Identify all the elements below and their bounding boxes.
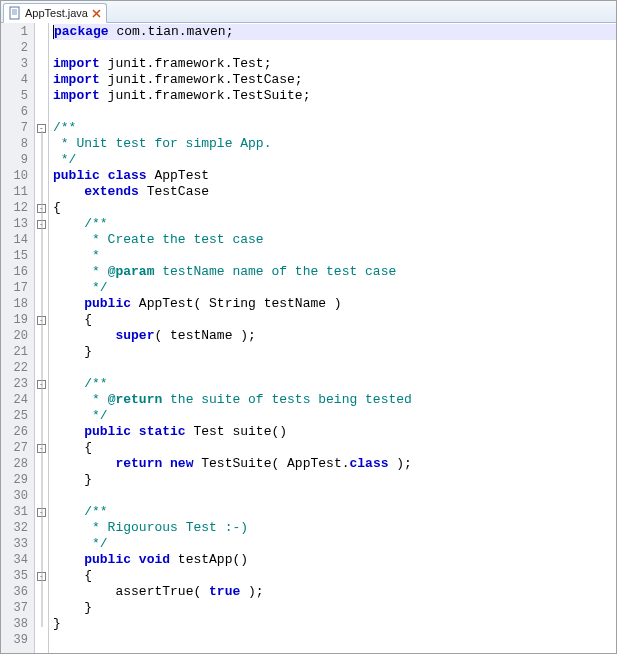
line-number: 37	[1, 600, 34, 616]
editor-tab[interactable]: AppTest.java	[3, 3, 107, 23]
close-icon[interactable]	[91, 8, 102, 19]
code-line: import junit.framework.TestSuite;	[53, 88, 616, 104]
line-number: 1	[1, 24, 34, 40]
code-line: extends TestCase	[53, 184, 616, 200]
fold-row	[35, 40, 48, 56]
code-line: {	[53, 312, 616, 328]
code-line	[53, 104, 616, 120]
fold-row	[35, 56, 48, 72]
code-line: {	[53, 440, 616, 456]
code-line: }	[53, 600, 616, 616]
line-number: 34	[1, 552, 34, 568]
line-number: 31	[1, 504, 34, 520]
line-number: 5	[1, 88, 34, 104]
tab-bar: AppTest.java	[1, 1, 616, 23]
code-line: public static Test suite()	[53, 424, 616, 440]
code-line: {	[53, 200, 616, 216]
line-number: 21	[1, 344, 34, 360]
code-line: public AppTest( String testName )	[53, 296, 616, 312]
line-number: 18	[1, 296, 34, 312]
fold-row	[35, 632, 48, 648]
code-line: }	[53, 472, 616, 488]
svg-rect-0	[10, 7, 19, 19]
line-number: 17	[1, 280, 34, 296]
code-line: import junit.framework.TestCase;	[53, 72, 616, 88]
line-number: 10	[1, 168, 34, 184]
code-line: * Create the test case	[53, 232, 616, 248]
code-area[interactable]: package com.tian.maven; import junit.fra…	[49, 23, 616, 653]
code-line: *	[53, 248, 616, 264]
fold-row	[35, 24, 48, 40]
fold-row	[35, 72, 48, 88]
code-line: package com.tian.maven;	[53, 24, 616, 40]
code-line: public class AppTest	[53, 168, 616, 184]
code-line	[53, 632, 616, 648]
code-line	[53, 360, 616, 376]
line-number: 36	[1, 584, 34, 600]
line-number: 39	[1, 632, 34, 648]
java-file-icon	[8, 6, 22, 20]
fold-column: --------	[35, 23, 49, 653]
code-line: */	[53, 280, 616, 296]
code-line: */	[53, 152, 616, 168]
code-line	[53, 40, 616, 56]
line-number: 24	[1, 392, 34, 408]
code-line: public void testApp()	[53, 552, 616, 568]
line-number: 30	[1, 488, 34, 504]
fold-row	[35, 88, 48, 104]
code-line: return new TestSuite( AppTest.class );	[53, 456, 616, 472]
line-number: 28	[1, 456, 34, 472]
line-number: 33	[1, 536, 34, 552]
line-number: 7	[1, 120, 34, 136]
code-line: /**	[53, 120, 616, 136]
code-line: {	[53, 568, 616, 584]
line-number: 19	[1, 312, 34, 328]
code-line: super( testName );	[53, 328, 616, 344]
line-number: 8	[1, 136, 34, 152]
code-line: * Unit test for simple App.	[53, 136, 616, 152]
line-number-gutter: 1234567891011121314151617181920212223242…	[1, 23, 35, 653]
code-line: }	[53, 344, 616, 360]
code-line: * @param testName name of the test case	[53, 264, 616, 280]
line-number: 6	[1, 104, 34, 120]
line-number: 27	[1, 440, 34, 456]
line-number: 15	[1, 248, 34, 264]
code-line: /**	[53, 216, 616, 232]
code-line: */	[53, 536, 616, 552]
line-number: 9	[1, 152, 34, 168]
line-number: 2	[1, 40, 34, 56]
code-line	[53, 488, 616, 504]
code-line: * @return the suite of tests being teste…	[53, 392, 616, 408]
line-number: 4	[1, 72, 34, 88]
line-number: 22	[1, 360, 34, 376]
line-number: 35	[1, 568, 34, 584]
code-editor[interactable]: 1234567891011121314151617181920212223242…	[1, 23, 616, 653]
line-number: 12	[1, 200, 34, 216]
line-number: 20	[1, 328, 34, 344]
line-number: 29	[1, 472, 34, 488]
line-number: 14	[1, 232, 34, 248]
code-line: }	[53, 616, 616, 632]
code-line: * Rigourous Test :-)	[53, 520, 616, 536]
code-line: assertTrue( true );	[53, 584, 616, 600]
line-number: 26	[1, 424, 34, 440]
line-number: 11	[1, 184, 34, 200]
code-line: /**	[53, 376, 616, 392]
line-number: 23	[1, 376, 34, 392]
code-line: import junit.framework.Test;	[53, 56, 616, 72]
code-line: */	[53, 408, 616, 424]
fold-row	[35, 104, 48, 120]
line-number: 32	[1, 520, 34, 536]
line-number: 38	[1, 616, 34, 632]
line-number: 3	[1, 56, 34, 72]
tab-filename: AppTest.java	[25, 7, 88, 19]
line-number: 25	[1, 408, 34, 424]
line-number: 13	[1, 216, 34, 232]
code-line: /**	[53, 504, 616, 520]
line-number: 16	[1, 264, 34, 280]
